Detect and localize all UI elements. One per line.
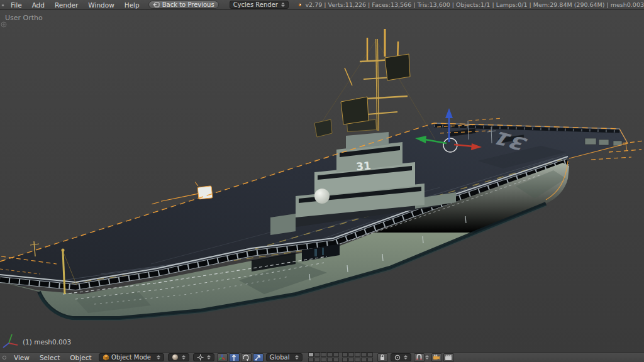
mode-cube-icon — [103, 354, 109, 361]
lock-to-scene-button[interactable] — [377, 353, 388, 362]
render-animation-button[interactable] — [443, 353, 454, 362]
layers-grid-2 — [342, 353, 373, 362]
layers-grid-1 — [308, 353, 339, 362]
orientation-value: Global — [270, 354, 290, 361]
layer-toggle[interactable] — [342, 353, 348, 357]
blender-logo-icon — [298, 1, 301, 9]
layer-toggle[interactable] — [355, 358, 360, 362]
layer-toggle[interactable] — [367, 358, 373, 362]
layer-toggle[interactable] — [327, 353, 333, 357]
radar-dish — [385, 54, 410, 80]
scale-manipulator-button[interactable] — [253, 353, 264, 362]
menu-render[interactable]: Render — [50, 1, 83, 9]
chevron-updown-icon — [281, 3, 285, 7]
layer-toggle[interactable] — [308, 353, 314, 357]
proportional-edit-select[interactable] — [391, 353, 411, 361]
proportional-edit-icon — [394, 354, 401, 361]
viewport-shading-icon — [172, 354, 179, 361]
layer-toggle[interactable] — [321, 353, 326, 357]
radar-dish — [341, 97, 369, 124]
layer-toggle[interactable] — [314, 358, 320, 362]
render-opengl-button[interactable] — [431, 353, 442, 362]
chevron-updown-icon — [295, 355, 299, 359]
mode-select[interactable]: Object Mode — [99, 353, 164, 361]
menu-help[interactable]: Help — [119, 1, 145, 9]
snap-toggle-button[interactable] — [414, 353, 425, 362]
layer-toggle[interactable] — [321, 358, 326, 362]
info-header: File Add Render Window Help Back to Prev… — [0, 0, 644, 10]
rotate-manipulator-icon — [242, 354, 250, 361]
back-to-previous-label: Back to Previous — [162, 1, 214, 8]
chevron-updown-icon — [207, 355, 211, 359]
viewport-3d[interactable]: User Ortho — [0, 10, 644, 352]
carrier-model[interactable]: 31 — [0, 29, 644, 320]
island-side-box — [270, 214, 296, 235]
pivot-center-select[interactable] — [193, 353, 214, 361]
back-to-previous-button[interactable]: Back to Previous — [148, 1, 219, 9]
render-engine-select[interactable]: Cycles Render — [230, 1, 289, 9]
layer-toggle[interactable] — [314, 353, 320, 357]
rotate-manipulator-button[interactable] — [241, 353, 252, 362]
radar-dish — [314, 119, 332, 137]
layer-toggle[interactable] — [333, 353, 339, 357]
chevron-updown-icon — [157, 355, 160, 359]
menu-view[interactable]: View — [9, 354, 35, 361]
chevron-updown-icon — [182, 355, 186, 359]
viewport-shading-select[interactable] — [168, 353, 189, 361]
mode-value: Object Mode — [111, 354, 151, 361]
active-object-label: (1) mesh0.003 — [23, 338, 71, 346]
pivot-center-icon — [197, 354, 204, 361]
render-animation-icon — [445, 354, 452, 361]
menu-add[interactable]: Add — [27, 1, 50, 9]
render-camera-icon — [433, 354, 440, 361]
translate-manipulator-icon — [230, 354, 238, 361]
region-dot-icon[interactable] — [2, 355, 7, 360]
radar-dome — [314, 189, 330, 204]
layer-toggle[interactable] — [348, 353, 354, 357]
snap-element-chevrons-icon[interactable] — [425, 355, 429, 359]
transform-orientation-select[interactable]: Global — [266, 353, 303, 361]
layer-toggle[interactable] — [367, 353, 373, 357]
viewport-header: View Select Object Object Mode — [0, 352, 644, 362]
layer-toggle[interactable] — [342, 358, 348, 362]
menu-object[interactable]: Object — [65, 354, 96, 361]
layer-toggle[interactable] — [355, 353, 360, 357]
layer-toggle[interactable] — [361, 353, 367, 357]
back-icon — [153, 2, 160, 8]
editor-type-icon[interactable] — [1, 1, 4, 9]
layer-toggle[interactable] — [308, 358, 314, 362]
layer-toggle[interactable] — [361, 358, 367, 362]
scene-statistics: v2.79 | Verts:11,226 | Faces:13,566 | Tr… — [305, 1, 644, 8]
viewport-canvas[interactable]: 31 — [0, 10, 644, 352]
manipulator-toggle-button[interactable] — [217, 353, 228, 362]
lock-icon — [379, 354, 386, 361]
layer-toggle[interactable] — [348, 358, 354, 362]
render-engine-value: Cycles Render — [233, 1, 278, 8]
menu-select[interactable]: Select — [35, 354, 65, 361]
menu-file[interactable]: File — [6, 1, 27, 9]
hangar-glint — [322, 248, 324, 255]
hangar-glint — [314, 249, 317, 256]
gizmo-z-arrowhead[interactable] — [445, 108, 453, 118]
snap-magnet-icon — [416, 354, 423, 361]
menu-window[interactable]: Window — [83, 1, 119, 9]
manipulator-axis-icon — [218, 354, 226, 361]
layer-toggle[interactable] — [327, 358, 333, 362]
layer-toggle[interactable] — [333, 358, 339, 362]
island-number: 31 — [355, 159, 371, 173]
chevron-updown-icon — [404, 355, 408, 359]
translate-manipulator-button[interactable] — [229, 353, 240, 362]
mini-axis-gizmo — [3, 334, 18, 348]
scale-manipulator-icon — [254, 354, 262, 361]
